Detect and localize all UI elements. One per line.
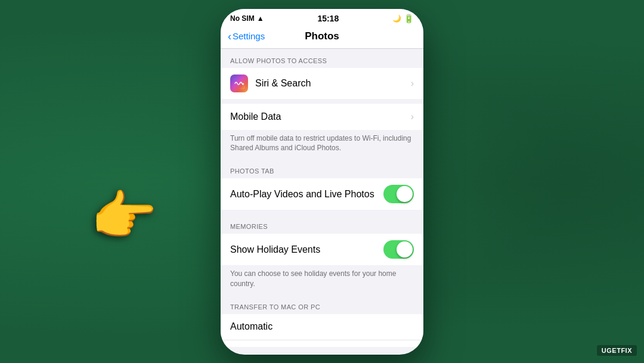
- holiday-events-label: Show Holiday Events: [230, 244, 383, 255]
- back-chevron-icon: ‹: [228, 31, 231, 42]
- section-header-memories: MEMORIES: [221, 215, 423, 234]
- auto-play-toggle[interactable]: [383, 185, 414, 203]
- wifi-icon: ▲: [257, 14, 264, 23]
- page-title: Photos: [305, 30, 339, 42]
- keep-originals-row[interactable]: Keep Originals ✓: [221, 340, 423, 347]
- siri-icon: [230, 75, 248, 92]
- spacer: [221, 99, 423, 104]
- status-right: 🌙 🔋: [392, 14, 414, 23]
- mobile-data-group: Mobile Data ›: [221, 104, 423, 130]
- automatic-label: Automatic: [230, 321, 414, 332]
- back-button[interactable]: ‹ Settings: [228, 31, 265, 42]
- auto-play-row[interactable]: Auto-Play Videos and Live Photos: [221, 178, 423, 210]
- status-time: 15:18: [317, 14, 339, 23]
- holiday-events-row[interactable]: Show Holiday Events: [221, 234, 423, 265]
- auto-play-label: Auto-Play Videos and Live Photos: [230, 189, 383, 200]
- siri-search-label: Siri & Search: [255, 78, 411, 89]
- mobile-data-label: Mobile Data: [230, 111, 411, 122]
- back-label: Settings: [233, 31, 265, 41]
- transfer-group: Automatic Keep Originals ✓: [221, 314, 423, 347]
- automatic-row[interactable]: Automatic: [221, 314, 423, 340]
- mobile-data-row[interactable]: Mobile Data ›: [221, 104, 423, 130]
- hand-cursor-graphic: 👈: [92, 185, 159, 247]
- status-bar: No SIM ▲ 15:18 🌙 🔋: [221, 9, 423, 26]
- phone-frame: No SIM ▲ 15:18 🌙 🔋 ‹ Settings Photos ALL…: [221, 9, 423, 355]
- section-header-photos-tab: PHOTOS TAB: [221, 159, 423, 178]
- siri-search-row[interactable]: Siri & Search ›: [221, 68, 423, 99]
- carrier-text: No SIM: [230, 14, 255, 23]
- background: 👈 No SIM ▲ 15:18 🌙 🔋 ‹ Settings Photos: [0, 0, 644, 363]
- nav-bar: ‹ Settings Photos: [221, 26, 423, 49]
- siri-search-chevron: ›: [411, 78, 414, 89]
- section-header-allow: ALLOW PHOTOS TO ACCESS: [221, 49, 423, 68]
- mobile-data-description: Turn off mobile data to restrict updates…: [221, 130, 423, 160]
- battery-icon: 🔋: [404, 14, 414, 23]
- watermark: UGETFIX: [597, 345, 637, 356]
- holiday-toggle[interactable]: [383, 240, 414, 259]
- status-left: No SIM ▲: [230, 14, 264, 23]
- moon-icon: 🌙: [392, 14, 401, 23]
- memories-group: Show Holiday Events: [221, 234, 423, 265]
- allow-photos-group: Siri & Search ›: [221, 68, 423, 99]
- photos-tab-group: Auto-Play Videos and Live Photos: [221, 178, 423, 210]
- settings-content: ALLOW PHOTOS TO ACCESS: [221, 49, 423, 347]
- holiday-toggle-thumb: [397, 241, 413, 257]
- section-header-transfer: TRANSFER TO MAC OR PC: [221, 295, 423, 314]
- spacer2: [221, 210, 423, 215]
- mobile-data-chevron: ›: [411, 111, 414, 122]
- holiday-description: You can choose to see holiday events for…: [221, 265, 423, 295]
- toggle-thumb: [397, 186, 413, 202]
